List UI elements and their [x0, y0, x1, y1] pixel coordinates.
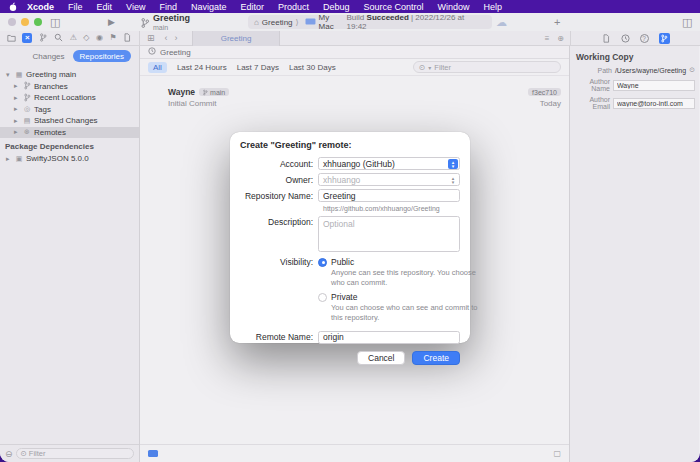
radio-public-icon[interactable] [318, 258, 327, 267]
screen: Xcode File Edit View Find Navigate Edito… [0, 0, 700, 462]
chevron-right-icon[interactable]: ▸ [14, 105, 20, 113]
jump-bar[interactable]: Greeting [140, 46, 569, 59]
toggle-navigator-icon[interactable]: ◫ [50, 14, 60, 30]
debug-navigator-icon[interactable]: ◉ [96, 34, 103, 42]
menu-view[interactable]: View [119, 2, 152, 12]
source-control-inspector: Working Copy Path /Users/wayne/Greeting … [569, 46, 699, 462]
remote-name-field[interactable] [318, 331, 460, 344]
toggle-inspector-icon[interactable]: ◫ [682, 14, 692, 30]
apple-logo-icon[interactable] [6, 2, 20, 12]
chevron-right-icon[interactable]: ▸ [6, 155, 12, 163]
close-window-button[interactable] [8, 18, 16, 26]
commit-hash-badge[interactable]: f3ec710 [528, 88, 561, 96]
create-button[interactable]: Create [412, 351, 460, 365]
menu-help[interactable]: Help [477, 2, 510, 12]
menu-window[interactable]: Window [431, 2, 477, 12]
scheme-and-status-capsule[interactable]: ⌂ Greeting ⟩ My Mac Build Succeeded | 20… [248, 15, 492, 29]
issues-navigator-icon[interactable]: ⚠ [70, 34, 77, 42]
scheme-name[interactable]: Greeting [262, 18, 293, 27]
scheme-separator: ⟩ [296, 18, 299, 27]
branch-icon [141, 17, 150, 29]
back-icon[interactable]: ‹ [165, 33, 168, 43]
history-inspector-icon[interactable] [621, 29, 630, 47]
chevron-right-icon[interactable]: ▸ [14, 117, 20, 125]
visibility-private-option[interactable]: Private [318, 292, 483, 302]
path-value: /Users/wayne/Greeting [615, 67, 686, 74]
description-field[interactable] [318, 216, 460, 252]
menu-edit[interactable]: Edit [90, 2, 120, 12]
tests-navigator-icon[interactable]: ◇ [83, 34, 89, 42]
create-remote-dialog: Create "Greeting" remote: Account: xhhua… [230, 132, 470, 343]
chevron-right-icon[interactable]: ▸ [14, 94, 20, 102]
tree-item-tags[interactable]: ▸ ◎ Tags [0, 104, 139, 116]
tree-item-stashed-changes[interactable]: ▸ ▤ Stashed Changes [0, 115, 139, 127]
editor-tab-bar: ⊞ ‹ › Greeting ≡ ⊕ [140, 31, 570, 45]
chevron-right-icon[interactable]: ▸ [14, 128, 20, 136]
menu-editor[interactable]: Editor [233, 2, 271, 12]
forward-icon[interactable]: › [175, 33, 178, 43]
visibility-public-option[interactable]: Public [318, 257, 483, 267]
chevron-right-icon[interactable]: ▸ [14, 82, 20, 90]
radio-private-icon[interactable] [318, 293, 327, 302]
library-add-button[interactable]: + [554, 14, 560, 30]
add-editor-icon[interactable]: ⊕ [557, 34, 564, 43]
owner-select[interactable]: xhhuango ▴▾ [318, 173, 460, 186]
zoom-window-button[interactable] [34, 18, 42, 26]
navigator-filter-field[interactable]: ⊙ Filter [16, 448, 134, 459]
adjust-editor-options-icon[interactable]: ≡ [545, 34, 550, 43]
filter-last-7-days[interactable]: Last 7 Days [237, 63, 279, 72]
quick-help-inspector-icon[interactable]: ? [640, 34, 649, 43]
my-mac-icon [305, 18, 316, 26]
filter-placeholder: Filter [29, 449, 46, 458]
tree-item-swiftyjson[interactable]: ▸ ▣ SwiftyJSON 5.0.0 [0, 153, 139, 165]
commit-row[interactable]: Wayne main f3ec710 Initial Commit Today [140, 82, 569, 108]
tree-item-branches[interactable]: ▸ Branches [0, 81, 139, 93]
repository-name-field[interactable] [318, 189, 460, 202]
filter-last-30-days[interactable]: Last 30 Days [289, 63, 336, 72]
breakpoints-navigator-icon[interactable]: ⚑ [109, 34, 116, 42]
editor-layout-icon[interactable]: ▢ [553, 449, 561, 458]
reveal-in-finder-icon[interactable]: ⊙ [689, 66, 695, 74]
tree-item-recent-locations[interactable]: ▸ Recent Locations [0, 92, 139, 104]
minimize-window-button[interactable] [21, 18, 29, 26]
minus-circle-icon[interactable]: ⊖ [5, 449, 13, 459]
filter-last-24-hours[interactable]: Last 24 Hours [177, 63, 227, 72]
segment-changes[interactable]: Changes [33, 52, 65, 61]
remote-name-label: Remote Name: [240, 332, 318, 342]
history-filter-field[interactable]: ⊙ ▾ Filter [413, 61, 561, 73]
menu-debug[interactable]: Debug [316, 2, 357, 12]
tree-item-greeting[interactable]: ▾ ▦ Greeting main [0, 69, 139, 81]
cancel-button[interactable]: Cancel [357, 351, 405, 365]
source-control-navigator-icon[interactable]: × [22, 33, 32, 43]
title-bar: ◫ ▶ Greeting main ⌂ Greeting ⟩ My Mac Bu… [0, 13, 700, 31]
author-email-field[interactable] [613, 98, 695, 109]
project-branch-block[interactable]: Greeting main [141, 14, 190, 32]
tree-item-remotes[interactable]: ▸ ⊛ Remotes [0, 127, 139, 139]
jump-bar-item[interactable]: Greeting [160, 48, 191, 57]
menu-product[interactable]: Product [271, 2, 316, 12]
owner-stepper-icon[interactable]: ▴▾ [448, 175, 458, 185]
project-navigator-icon[interactable] [7, 33, 16, 44]
menu-xcode[interactable]: Xcode [20, 2, 61, 12]
author-name-field[interactable] [613, 80, 695, 91]
symbols-navigator-icon[interactable] [39, 33, 48, 44]
run-button[interactable]: ▶ [108, 14, 115, 30]
tab-overview-icon[interactable]: ⊞ [147, 33, 155, 43]
source-control-inspector-icon[interactable] [659, 33, 670, 44]
reports-navigator-icon[interactable] [123, 33, 132, 44]
menu-find[interactable]: Find [152, 2, 184, 12]
commit-author: Wayne [168, 87, 195, 97]
chevron-down-icon[interactable]: ▾ [6, 71, 12, 79]
filter-all[interactable]: All [148, 62, 167, 73]
menu-source-control[interactable]: Source Control [357, 2, 431, 12]
account-select[interactable]: xhhuango (GitHub) ▴▾ [318, 157, 460, 170]
tab-greeting[interactable]: Greeting [192, 31, 280, 46]
account-stepper-icon[interactable]: ▴▾ [448, 159, 458, 169]
menu-file[interactable]: File [61, 2, 90, 12]
segment-repositories[interactable]: Repositories [73, 50, 131, 62]
menu-navigate[interactable]: Navigate [184, 2, 234, 12]
version-editor-icon[interactable] [148, 450, 158, 457]
find-navigator-icon[interactable] [54, 33, 63, 44]
file-inspector-icon[interactable] [602, 29, 611, 47]
run-destination[interactable]: My Mac [319, 13, 347, 31]
